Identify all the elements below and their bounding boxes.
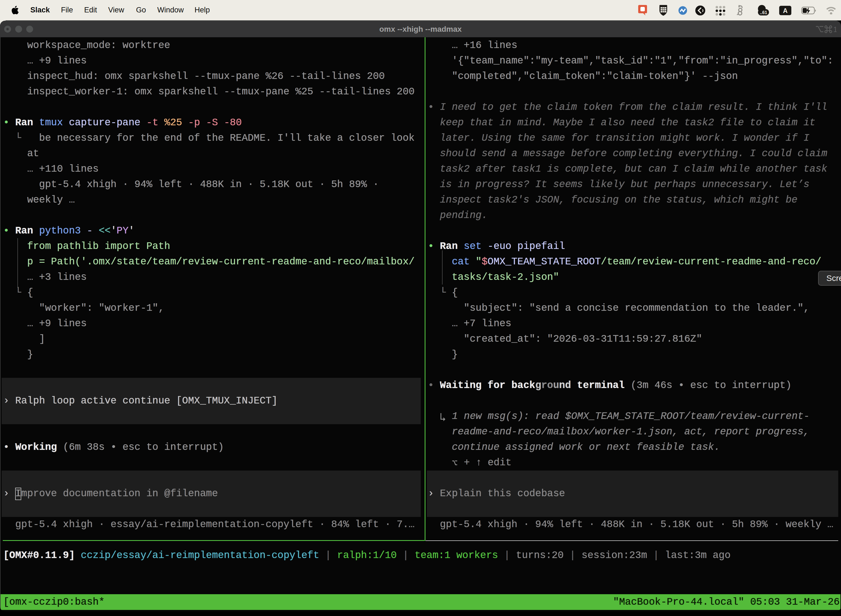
svg-text:..61: ..61 xyxy=(760,10,767,15)
svg-text:1: 1 xyxy=(833,25,837,34)
svg-text:A: A xyxy=(783,7,788,14)
